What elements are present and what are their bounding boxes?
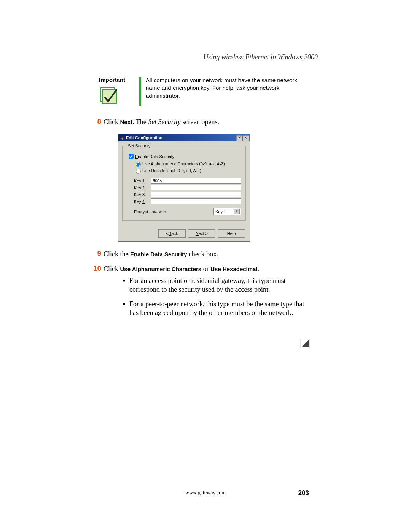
text-bold: Use Hexadecimal — [210, 266, 257, 272]
text: screen opens. — [181, 118, 219, 126]
step-text: Click Next. The Set Security screen open… — [104, 117, 310, 126]
step-number: 9 — [91, 249, 101, 259]
text: Click — [104, 265, 120, 273]
svg-point-2 — [122, 139, 123, 140]
step-number: 10 — [91, 264, 101, 273]
page-turn-icon — [300, 338, 311, 350]
key4-label: Key 4 — [134, 199, 151, 204]
text: Click — [104, 118, 120, 126]
set-security-group: Set Security Enable Data Security Use Al… — [122, 144, 246, 221]
step-10: 10 Click Use Alphanumeric Characters or … — [91, 264, 310, 273]
text: . — [258, 265, 260, 273]
radio-label: Use Hexadecimal (0-9, a-f, A-F) — [142, 168, 201, 173]
page-number: 203 — [298, 489, 309, 497]
radio-label: Use Alphanumeric Characters (0-9, a-z, A… — [142, 161, 225, 166]
key4-input[interactable] — [151, 198, 241, 204]
important-callout: Important All computers on your network … — [99, 77, 310, 106]
edit-configuration-dialog: Edit Configuration ? × Set Security Enab… — [118, 134, 250, 242]
next-button[interactable]: Next > — [188, 229, 215, 238]
signal-icon — [120, 136, 124, 140]
close-button[interactable]: × — [243, 135, 249, 141]
text-bold: Enable Data Security — [130, 251, 187, 257]
vertical-divider — [139, 77, 141, 106]
key1-input[interactable] — [151, 178, 241, 184]
hexadecimal-radio[interactable] — [136, 169, 141, 174]
key2-label: Key 2 — [134, 185, 151, 190]
step-text: Click Use Alphanumeric Characters or Use… — [104, 264, 310, 273]
text-bold: Next — [120, 119, 133, 125]
step-text: Click the Enable Data Security check box… — [104, 249, 310, 259]
chevron-down-icon: ▾ — [234, 209, 240, 214]
text-italic: Set Security — [148, 118, 180, 126]
text: . The — [132, 118, 148, 126]
step-9: 9 Click the Enable Data Security check b… — [91, 249, 310, 259]
bullet-2: For a peer-to-peer network, this type mu… — [123, 300, 310, 318]
dialog-title: Edit Configuration — [126, 136, 236, 140]
alphanumeric-radio[interactable] — [136, 162, 141, 167]
help-button[interactable]: Help — [218, 229, 245, 238]
important-text: All computers on your network must have … — [146, 77, 310, 100]
page-header-title: Using wireless Ethernet in Windows 2000 — [99, 53, 318, 61]
step-8: 8 Click Next. The Set Security screen op… — [91, 117, 310, 126]
back-button[interactable]: < Back — [158, 229, 186, 238]
dialog-titlebar: Edit Configuration ? × — [118, 134, 250, 141]
text: Click the — [104, 250, 130, 258]
group-legend: Set Security — [127, 144, 151, 148]
key1-label: Key 1 — [134, 179, 151, 183]
encrypt-label: Encrypt data with: — [134, 209, 167, 214]
key3-label: Key 3 — [134, 192, 151, 197]
key2-input[interactable] — [151, 185, 241, 190]
key3-input[interactable] — [151, 192, 241, 197]
enable-data-security-checkbox[interactable] — [129, 154, 134, 159]
text: or — [201, 265, 210, 273]
encrypt-select[interactable]: Key 1 ▾ — [213, 208, 241, 215]
help-button[interactable]: ? — [236, 135, 242, 141]
important-label: Important — [99, 77, 137, 83]
checkmark-icon — [99, 86, 119, 106]
footer-url: www.gateway.com — [0, 490, 411, 496]
select-value: Key 1 — [215, 209, 226, 214]
text-bold: Use Alphanumeric Characters — [120, 266, 202, 272]
checkbox-label: Enable Data Security — [135, 154, 174, 159]
step-number: 8 — [91, 117, 101, 126]
text: check box. — [187, 250, 218, 258]
bullet-1: For an access point or residential gatew… — [123, 276, 310, 294]
